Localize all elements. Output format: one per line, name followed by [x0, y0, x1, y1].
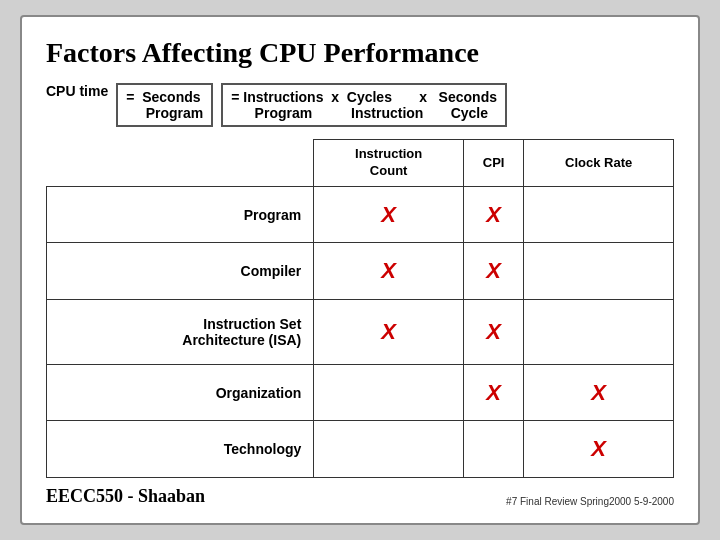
footer-brand: EECC550 - Shaaban — [46, 486, 205, 507]
cell-program-cpi: X — [463, 186, 523, 243]
table-row: Technology X — [47, 421, 674, 478]
cell-compiler-cpi: X — [463, 243, 523, 300]
row-label-program: Program — [47, 186, 314, 243]
cpu-time-label: CPU time — [46, 83, 108, 99]
cell-tech-cpi — [463, 421, 523, 478]
footer: EECC550 - Shaaban #7 Final Review Spring… — [46, 486, 674, 507]
col-header-cpi: CPI — [463, 140, 523, 187]
cell-isa-cpi: X — [463, 299, 523, 364]
footer-sub: #7 Final Review Spring2000 5-9-2000 — [506, 496, 674, 507]
slide-title: Factors Affecting CPU Performance — [46, 37, 674, 69]
cell-compiler-ic: X — [314, 243, 464, 300]
row-label-organization: Organization — [47, 364, 314, 421]
cell-isa-cr — [524, 299, 674, 364]
cell-org-cpi: X — [463, 364, 523, 421]
cell-isa-ic: X — [314, 299, 464, 364]
row-label-isa: Instruction SetArchitecture (ISA) — [47, 299, 314, 364]
cell-tech-cr: X — [524, 421, 674, 478]
header-row: CPU time = Seconds Program = Instruction… — [46, 83, 674, 127]
factors-table: InstructionCount CPI Clock Rate Program … — [46, 139, 674, 478]
table-row: Instruction SetArchitecture (ISA) X X — [47, 299, 674, 364]
cell-org-ic — [314, 364, 464, 421]
cell-program-ic: X — [314, 186, 464, 243]
right-equation-box: = Instructions x Cycles x Seconds Progra… — [221, 83, 507, 127]
table-row: Program X X — [47, 186, 674, 243]
table-row: Compiler X X — [47, 243, 674, 300]
cell-tech-ic — [314, 421, 464, 478]
cell-program-cr — [524, 186, 674, 243]
cell-org-cr: X — [524, 364, 674, 421]
row-label-compiler: Compiler — [47, 243, 314, 300]
cell-compiler-cr — [524, 243, 674, 300]
slide: Factors Affecting CPU Performance CPU ti… — [20, 15, 700, 525]
table-row: Organization X X — [47, 364, 674, 421]
col-header-clock-rate: Clock Rate — [524, 140, 674, 187]
row-label-technology: Technology — [47, 421, 314, 478]
col-header-instruction-count: InstructionCount — [314, 140, 464, 187]
left-equation-box: = Seconds Program — [116, 83, 213, 127]
